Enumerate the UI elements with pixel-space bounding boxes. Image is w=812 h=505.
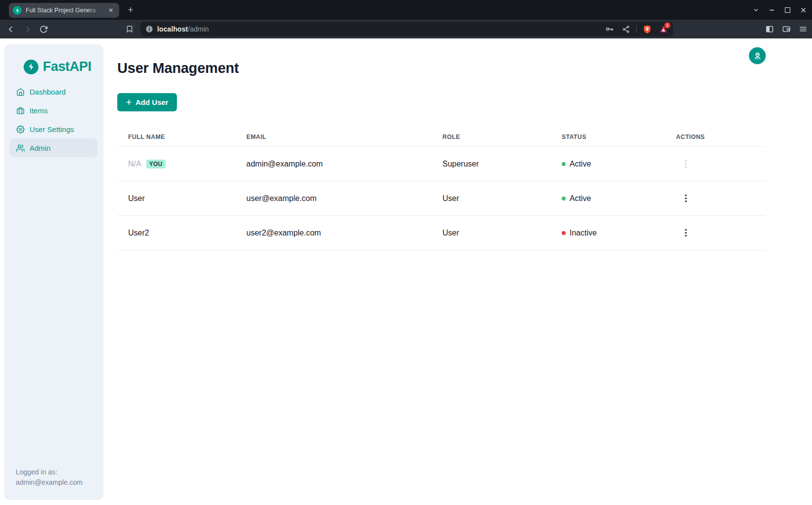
full-name-value: N/A	[128, 160, 141, 168]
status-dot	[562, 231, 566, 235]
reload-button[interactable]	[36, 22, 50, 36]
sidebar-item-admin[interactable]: Admin	[10, 138, 98, 157]
toolbar-divider	[636, 25, 637, 33]
tab-title: Full Stack Project Genera	[26, 7, 102, 14]
sidebar: FastAPI Dashboard Items User Settings	[4, 44, 103, 500]
add-user-label: Add User	[135, 98, 169, 106]
row-actions-menu-icon[interactable]	[680, 227, 692, 239]
window-controls	[750, 4, 809, 16]
brave-shield-icon[interactable]	[641, 23, 653, 35]
rewards-notification-badge: 1	[664, 22, 671, 29]
email-value: user2@example.com	[236, 229, 432, 237]
table-header-row: FULL NAME EMAIL ROLE STATUS ACTIONS	[117, 127, 765, 147]
column-header-actions: ACTIONS	[665, 134, 765, 140]
close-window-button[interactable]	[797, 4, 809, 16]
briefcase-icon	[16, 106, 25, 115]
users-icon	[16, 144, 25, 152]
tab-close-icon[interactable]: ✕	[106, 6, 115, 15]
row-actions-menu-icon[interactable]	[680, 193, 692, 204]
status-dot	[562, 197, 566, 201]
wallet-icon[interactable]	[780, 23, 792, 35]
full-name-value: User	[128, 194, 145, 203]
logo-text: FastAPI	[43, 59, 91, 74]
table-row: N/A YOU admin@example.com Superuser Acti…	[117, 147, 765, 181]
maximize-button[interactable]	[781, 4, 793, 16]
users-table: FULL NAME EMAIL ROLE STATUS ACTIONS N/A …	[117, 127, 765, 250]
sidebar-item-label: Dashboard	[30, 88, 66, 96]
page-content: FastAPI Dashboard Items User Settings	[0, 38, 812, 505]
you-badge: YOU	[146, 160, 166, 168]
sidebar-nav: Dashboard Items User Settings Admin	[4, 82, 103, 157]
logged-in-as-label: Logged in as:	[16, 467, 83, 478]
new-tab-button[interactable]: +	[124, 3, 137, 16]
browser-tab[interactable]: Full Stack Project Genera ✕	[9, 3, 119, 18]
fastapi-bolt-icon	[24, 60, 38, 74]
sidebar-item-label: User Settings	[30, 125, 74, 134]
home-icon	[16, 88, 25, 96]
logged-in-email: admin@example.com	[16, 477, 83, 488]
role-value: Superuser	[432, 160, 551, 168]
tab-favicon-icon	[13, 6, 22, 15]
url-host: localhost	[157, 25, 188, 33]
role-value: User	[432, 194, 551, 203]
forward-button[interactable]	[20, 22, 34, 36]
share-icon[interactable]	[620, 23, 632, 35]
row-actions-menu-icon[interactable]	[680, 158, 692, 170]
add-user-button[interactable]: Add User	[117, 93, 177, 111]
browser-titlebar: Full Stack Project Genera ✕ +	[0, 0, 812, 20]
saved-passwords-key-icon[interactable]	[604, 23, 615, 35]
status-label: Inactive	[570, 229, 597, 237]
bookmark-icon[interactable]	[124, 23, 135, 35]
sidebar-item-dashboard[interactable]: Dashboard	[10, 82, 98, 101]
tab-search-chevron-icon[interactable]	[750, 4, 762, 16]
user-menu-button[interactable]	[749, 47, 766, 64]
sidebar-panel-icon[interactable]	[764, 23, 776, 35]
status-label: Active	[570, 160, 591, 168]
sidebar-item-user-settings[interactable]: User Settings	[10, 120, 98, 138]
full-name-value: User2	[128, 229, 149, 237]
site-info-icon[interactable]	[145, 25, 153, 33]
address-bar[interactable]: localhost/admin 1	[140, 22, 673, 36]
column-header-role: ROLE	[432, 134, 551, 140]
user-astronaut-icon	[753, 51, 762, 61]
brave-rewards-icon[interactable]: 1	[657, 23, 669, 35]
table-row: User2 user2@example.com User Inactive	[117, 216, 765, 250]
sidebar-item-label: Admin	[30, 144, 51, 152]
url-path: /admin	[188, 25, 209, 33]
email-value: admin@example.com	[236, 160, 432, 168]
sidebar-footer: Logged in as: admin@example.com	[16, 467, 83, 488]
page-title: User Management	[117, 60, 239, 76]
url-text: localhost/admin	[157, 25, 209, 33]
sidebar-item-label: Items	[30, 106, 48, 115]
status-dot	[562, 162, 566, 166]
sidebar-item-items[interactable]: Items	[10, 101, 98, 120]
back-button[interactable]	[4, 22, 18, 36]
plus-icon	[126, 99, 132, 105]
column-header-email: EMAIL	[236, 134, 432, 140]
table-row: User user@example.com User Active	[117, 181, 765, 216]
status-label: Active	[570, 194, 591, 203]
browser-toolbar: localhost/admin 1	[0, 20, 812, 38]
email-value: user@example.com	[236, 194, 432, 203]
column-header-status: STATUS	[551, 134, 665, 140]
column-header-full-name: FULL NAME	[117, 134, 236, 140]
menu-hamburger-icon[interactable]	[797, 23, 809, 35]
minimize-button[interactable]	[766, 4, 778, 16]
gear-icon	[16, 125, 25, 134]
role-value: User	[432, 229, 551, 237]
fastapi-logo: FastAPI	[4, 44, 103, 74]
